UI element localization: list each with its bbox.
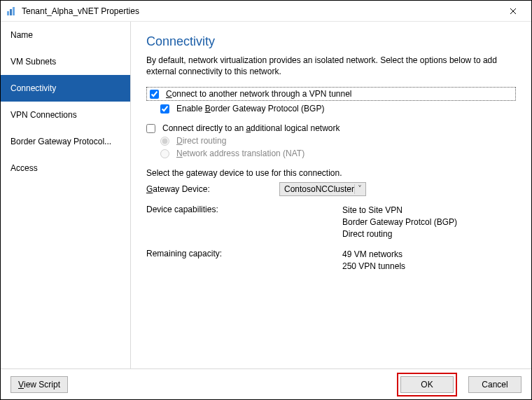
content-pane: Connectivity By default, network virtual…	[131, 22, 531, 368]
ok-button[interactable]: OK	[400, 376, 454, 393]
cancel-button[interactable]: Cancel	[468, 376, 522, 393]
device-capabilities-values: Site to Site VPN Border Gateway Protcol …	[342, 205, 516, 240]
sidebar-item-label: VM Subnets	[10, 57, 56, 67]
view-script-button[interactable]: View Script	[10, 376, 68, 393]
cap-value: Site to Site VPN	[342, 205, 516, 216]
remaining-capacity-label: Remaining capacity:	[146, 249, 342, 273]
titlebar: Tenant_Alpha_vNET Properties	[1, 1, 531, 22]
cap-value: Border Gateway Protcol (BGP)	[342, 216, 516, 228]
sidebar: Name VM Subnets Connectivity VPN Connect…	[1, 22, 131, 368]
sidebar-item-vm-subnets[interactable]: VM Subnets	[1, 48, 130, 75]
bgp-label: Enable Border Gateway Protocol (BGP)	[176, 104, 324, 113]
sidebar-item-label: VPN Connections	[10, 110, 77, 120]
sidebar-item-connectivity[interactable]: Connectivity	[1, 75, 130, 102]
sidebar-item-bgp[interactable]: Border Gateway Protocol...	[1, 128, 130, 155]
direct-routing-label: Direct routing	[176, 136, 226, 146]
sidebar-item-label: Name	[10, 30, 33, 40]
ok-highlight: OK	[397, 373, 457, 396]
gateway-device-label: Gateway Device:	[146, 184, 265, 194]
nat-label: Network address translation (NAT)	[176, 149, 304, 158]
footer: View Script OK Cancel	[1, 368, 531, 399]
direct-routing-radio[interactable]	[160, 137, 169, 146]
vpn-tunnel-checkbox[interactable]	[150, 90, 159, 99]
remaining-capacity-values: 49 VM networks 250 VPN tunnels	[342, 249, 516, 273]
main-area: Name VM Subnets Connectivity VPN Connect…	[1, 22, 531, 368]
device-capabilities-label: Device capabilities:	[146, 205, 342, 240]
cap-value: Direct routing	[342, 228, 516, 240]
page-heading: Connectivity	[146, 34, 516, 49]
chevron-down-icon: ˅	[354, 184, 364, 194]
nat-radio[interactable]	[160, 149, 169, 158]
sidebar-item-vpn-connections[interactable]: VPN Connections	[1, 102, 130, 128]
focus-rect: Connect to another network through a VPN…	[146, 87, 516, 101]
direct-connect-label: Connect directly to an additional logica…	[162, 123, 340, 133]
svg-rect-2	[13, 7, 15, 15]
window-close-button[interactable]	[499, 1, 527, 21]
gateway-prompt: Select the gateway device to use for thi…	[146, 168, 516, 178]
direct-connect-checkbox[interactable]	[146, 124, 155, 133]
sidebar-item-name[interactable]: Name	[1, 22, 130, 48]
remaining-value: 49 VM networks	[342, 249, 516, 261]
gateway-device-dropdown[interactable]: ContosoNCCluster ˅	[279, 182, 366, 196]
gateway-device-value: ContosoNCCluster	[284, 184, 354, 194]
sidebar-item-label: Connectivity	[10, 83, 56, 93]
page-description: By default, network virtualization provi…	[146, 55, 516, 77]
svg-rect-1	[10, 9, 12, 15]
sidebar-item-access[interactable]: Access	[1, 155, 130, 181]
svg-rect-0	[7, 11, 9, 15]
window-title: Tenant_Alpha_vNET Properties	[22, 6, 499, 16]
remaining-value: 250 VPN tunnels	[342, 261, 516, 273]
sidebar-item-label: Access	[10, 163, 38, 173]
app-icon	[6, 6, 18, 17]
vpn-tunnel-label: Connect to another network through a VPN…	[166, 89, 352, 99]
sidebar-item-label: Border Gateway Protocol...	[10, 137, 111, 146]
bgp-checkbox[interactable]	[160, 104, 169, 113]
